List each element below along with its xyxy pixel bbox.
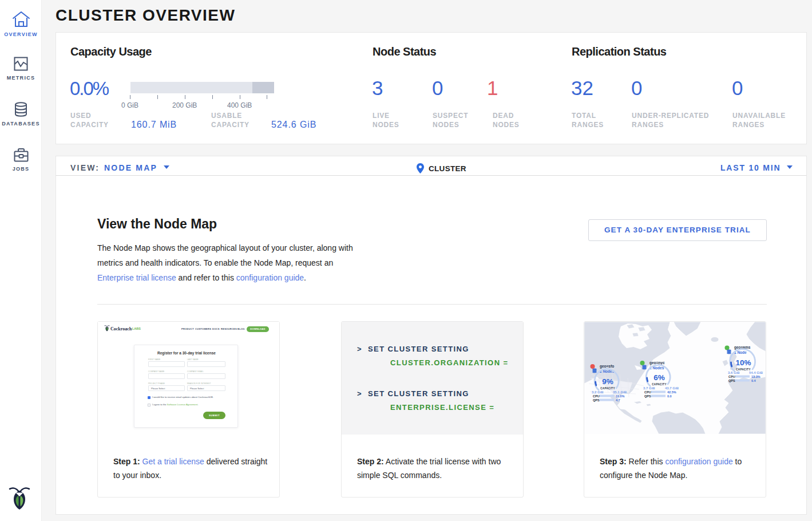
svg-text:CAPACITY: CAPACITY [736,368,751,371]
svg-text:10%: 10% [735,358,751,367]
svg-text:6%: 6% [653,373,665,382]
svg-text:CPU: CPU [593,394,600,398]
svg-text:QPS: QPS [644,394,651,398]
svg-text:CAPACITY: CAPACITY [600,387,615,390]
svg-text:3.7 GiB: 3.7 GiB [643,386,655,390]
svg-text:3.6 GiB: 3.6 GiB [728,371,740,374]
svg-text:0.4: 0.4 [751,379,756,382]
svg-text:3.2 GiB: 3.2 GiB [592,390,604,394]
svg-text:11.0%: 11.0% [616,394,624,398]
svg-text:0.0: 0.0 [667,394,672,398]
svg-text:QPS: QPS [593,398,600,402]
svg-text:QPS: QPS [728,379,735,382]
svg-text:4.7: 4.7 [616,398,620,402]
svg-text:54.4 GiB: 54.4 GiB [749,371,763,374]
svg-text:CAPACITY: CAPACITY [652,383,667,386]
svg-text:Cockroach: Cockroach [110,326,132,331]
svg-text:9%: 9% [602,377,613,386]
svg-text:CPU: CPU [644,390,651,394]
svg-text:42.5%: 42.5% [667,390,676,394]
svg-text:CPU: CPU [728,375,735,378]
svg-text:43.7 GiB: 43.7 GiB [665,386,679,390]
svg-text:35.1 GiB: 35.1 GiB [613,390,627,394]
svg-text:13.3%: 13.3% [751,375,760,378]
svg-text:geo=sfo: geo=sfo [600,364,614,369]
svg-text:LABS: LABS [132,327,141,330]
